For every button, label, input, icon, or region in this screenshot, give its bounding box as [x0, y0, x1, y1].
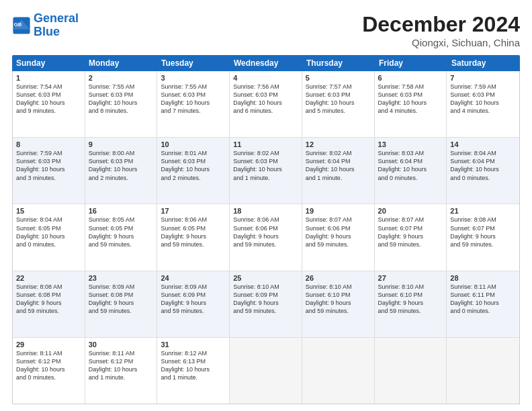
week-row-4: 22Sunrise: 8:08 AMSunset: 6:08 PMDayligh…	[13, 271, 519, 338]
cal-cell-w5-d4	[230, 338, 302, 404]
day-info: Sunrise: 8:07 AMSunset: 6:07 PMDaylight:…	[378, 216, 443, 248]
day-number: 23	[89, 274, 154, 282]
cal-cell-w3-d6: 20Sunrise: 8:07 AMSunset: 6:07 PMDayligh…	[375, 204, 447, 270]
header-monday: Monday	[85, 55, 157, 71]
day-info: Sunrise: 8:09 AMSunset: 6:08 PMDaylight:…	[89, 283, 154, 316]
day-info: Sunrise: 8:04 AMSunset: 6:05 PMDaylight:…	[16, 216, 81, 248]
header: GB General Blue December 2024 Qiongxi, S…	[12, 12, 520, 48]
header-thursday: Thursday	[302, 55, 375, 71]
main-title: December 2024	[362, 12, 520, 37]
cal-cell-w1-d7: 7Sunrise: 7:59 AMSunset: 6:03 PMDaylight…	[447, 71, 519, 137]
week-row-5: 29Sunrise: 8:11 AMSunset: 6:12 PMDayligh…	[13, 338, 519, 404]
cal-cell-w1-d5: 5Sunrise: 7:57 AMSunset: 6:03 PMDaylight…	[302, 71, 375, 137]
week-row-3: 15Sunrise: 8:04 AMSunset: 6:05 PMDayligh…	[13, 204, 519, 271]
header-wednesday: Wednesday	[230, 55, 302, 71]
day-info: Sunrise: 8:02 AMSunset: 6:03 PMDaylight:…	[233, 149, 298, 182]
cal-cell-w4-d4: 25Sunrise: 8:10 AMSunset: 6:09 PMDayligh…	[230, 271, 302, 337]
week-row-1: 1Sunrise: 7:54 AMSunset: 6:03 PMDaylight…	[13, 71, 519, 138]
cal-cell-w2-d4: 11Sunrise: 8:02 AMSunset: 6:03 PMDayligh…	[230, 138, 302, 203]
cal-cell-w3-d1: 15Sunrise: 8:04 AMSunset: 6:05 PMDayligh…	[13, 204, 85, 270]
day-info: Sunrise: 7:54 AMSunset: 6:03 PMDaylight:…	[16, 83, 81, 116]
day-info: Sunrise: 8:05 AMSunset: 6:05 PMDaylight:…	[89, 216, 154, 248]
cal-cell-w3-d7: 21Sunrise: 8:08 AMSunset: 6:07 PMDayligh…	[447, 204, 519, 270]
cal-cell-w3-d3: 17Sunrise: 8:06 AMSunset: 6:05 PMDayligh…	[157, 204, 230, 270]
day-info: Sunrise: 8:10 AMSunset: 6:10 PMDaylight:…	[378, 283, 443, 316]
day-info: Sunrise: 8:10 AMSunset: 6:10 PMDaylight:…	[306, 283, 371, 316]
cal-cell-w4-d3: 24Sunrise: 8:09 AMSunset: 6:09 PMDayligh…	[157, 271, 230, 337]
day-number: 6	[378, 74, 443, 82]
header-sunday: Sunday	[12, 55, 85, 71]
day-info: Sunrise: 8:12 AMSunset: 6:13 PMDaylight:…	[161, 349, 226, 382]
day-number: 20	[378, 207, 443, 215]
logo-general: General	[34, 11, 79, 25]
day-number: 30	[89, 340, 154, 349]
day-number: 10	[161, 140, 226, 148]
day-info: Sunrise: 8:06 AMSunset: 6:06 PMDaylight:…	[233, 216, 298, 248]
cal-cell-w1-d6: 6Sunrise: 7:58 AMSunset: 6:03 PMDaylight…	[375, 71, 447, 137]
logo-icon: GB	[12, 16, 31, 35]
day-info: Sunrise: 8:01 AMSunset: 6:03 PMDaylight:…	[161, 149, 226, 182]
cal-cell-w2-d3: 10Sunrise: 8:01 AMSunset: 6:03 PMDayligh…	[157, 138, 230, 203]
day-number: 12	[306, 140, 371, 148]
cal-cell-w2-d6: 13Sunrise: 8:03 AMSunset: 6:04 PMDayligh…	[375, 138, 447, 203]
day-info: Sunrise: 8:00 AMSunset: 6:03 PMDaylight:…	[89, 149, 154, 182]
day-number: 21	[450, 207, 516, 215]
cal-cell-w3-d4: 18Sunrise: 8:06 AMSunset: 6:06 PMDayligh…	[230, 204, 302, 270]
day-number: 19	[306, 207, 371, 215]
cal-cell-w2-d7: 14Sunrise: 8:04 AMSunset: 6:04 PMDayligh…	[447, 138, 519, 203]
cal-cell-w4-d1: 22Sunrise: 8:08 AMSunset: 6:08 PMDayligh…	[13, 271, 85, 337]
day-number: 29	[16, 340, 81, 349]
day-info: Sunrise: 7:55 AMSunset: 6:03 PMDaylight:…	[89, 83, 154, 116]
day-number: 26	[306, 274, 371, 282]
cal-cell-w5-d1: 29Sunrise: 8:11 AMSunset: 6:12 PMDayligh…	[13, 338, 85, 404]
day-info: Sunrise: 8:10 AMSunset: 6:09 PMDaylight:…	[233, 283, 298, 316]
day-info: Sunrise: 7:56 AMSunset: 6:03 PMDaylight:…	[233, 83, 298, 116]
cal-cell-w4-d6: 27Sunrise: 8:10 AMSunset: 6:10 PMDayligh…	[375, 271, 447, 337]
svg-text:GB: GB	[14, 21, 22, 28]
cal-cell-w5-d5	[302, 338, 375, 404]
day-info: Sunrise: 8:11 AMSunset: 6:11 PMDaylight:…	[450, 283, 516, 316]
cal-cell-w4-d2: 23Sunrise: 8:09 AMSunset: 6:08 PMDayligh…	[85, 271, 158, 337]
day-number: 1	[16, 74, 81, 82]
logo: GB General Blue	[12, 12, 79, 39]
calendar-header: Sunday Monday Tuesday Wednesday Thursday…	[12, 55, 520, 71]
day-info: Sunrise: 8:11 AMSunset: 6:12 PMDaylight:…	[16, 349, 81, 382]
day-number: 7	[450, 74, 516, 82]
header-tuesday: Tuesday	[157, 55, 230, 71]
day-number: 25	[233, 274, 298, 282]
page: GB General Blue December 2024 Qiongxi, S…	[0, 0, 532, 411]
day-number: 9	[89, 140, 154, 148]
day-number: 5	[306, 74, 371, 82]
day-number: 18	[233, 207, 298, 215]
cal-cell-w1-d2: 2Sunrise: 7:55 AMSunset: 6:03 PMDaylight…	[85, 71, 158, 137]
day-number: 28	[450, 274, 516, 282]
subtitle: Qiongxi, Sichuan, China	[362, 37, 520, 48]
day-info: Sunrise: 7:57 AMSunset: 6:03 PMDaylight:…	[306, 83, 371, 116]
title-block: December 2024 Qiongxi, Sichuan, China	[362, 12, 520, 48]
cal-cell-w5-d7	[447, 338, 519, 404]
day-number: 14	[450, 140, 516, 148]
day-number: 13	[378, 140, 443, 148]
cal-cell-w3-d2: 16Sunrise: 8:05 AMSunset: 6:05 PMDayligh…	[85, 204, 158, 270]
day-info: Sunrise: 8:09 AMSunset: 6:09 PMDaylight:…	[161, 283, 226, 316]
day-number: 16	[89, 207, 154, 215]
day-info: Sunrise: 8:06 AMSunset: 6:05 PMDaylight:…	[161, 216, 226, 248]
cal-cell-w5-d6	[375, 338, 447, 404]
day-number: 24	[161, 274, 226, 282]
cal-cell-w2-d1: 8Sunrise: 7:59 AMSunset: 6:03 PMDaylight…	[13, 138, 85, 203]
header-friday: Friday	[375, 55, 447, 71]
day-number: 4	[233, 74, 298, 82]
day-info: Sunrise: 8:03 AMSunset: 6:04 PMDaylight:…	[378, 149, 443, 182]
cal-cell-w2-d2: 9Sunrise: 8:00 AMSunset: 6:03 PMDaylight…	[85, 138, 158, 203]
day-info: Sunrise: 7:59 AMSunset: 6:03 PMDaylight:…	[450, 83, 516, 116]
logo-text: General Blue	[34, 12, 79, 39]
calendar-body: 1Sunrise: 7:54 AMSunset: 6:03 PMDaylight…	[12, 71, 520, 404]
header-saturday: Saturday	[447, 55, 520, 71]
calendar: Sunday Monday Tuesday Wednesday Thursday…	[12, 55, 520, 404]
cal-cell-w1-d1: 1Sunrise: 7:54 AMSunset: 6:03 PMDaylight…	[13, 71, 85, 137]
day-info: Sunrise: 7:58 AMSunset: 6:03 PMDaylight:…	[378, 83, 443, 116]
day-number: 3	[161, 74, 226, 82]
day-info: Sunrise: 8:07 AMSunset: 6:06 PMDaylight:…	[306, 216, 371, 248]
day-number: 17	[161, 207, 226, 215]
logo-blue: Blue	[34, 25, 60, 38]
